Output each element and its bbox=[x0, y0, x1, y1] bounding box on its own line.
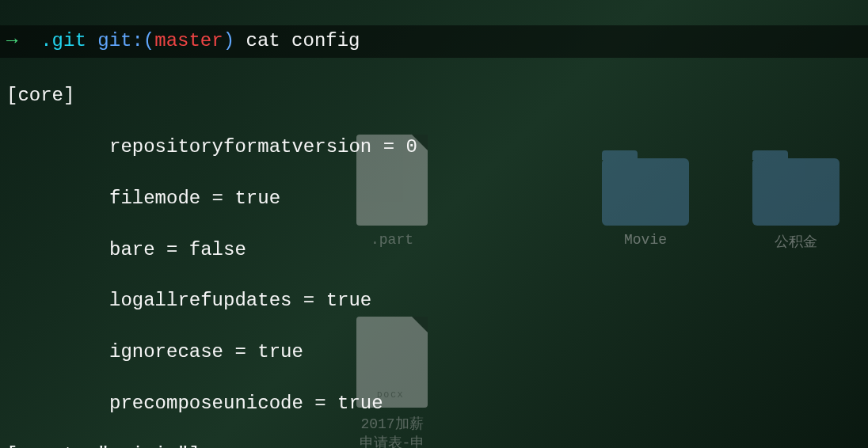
config-section-header: [remote "origin"] bbox=[6, 442, 862, 448]
config-section-header: [core] bbox=[6, 83, 862, 108]
config-entry: bare = false bbox=[6, 237, 862, 263]
prompt-git-prefix: git:( bbox=[97, 30, 154, 51]
config-entry: logallrefupdates = true bbox=[6, 288, 862, 313]
prompt-branch: master bbox=[154, 30, 223, 51]
prompt-cwd: .git bbox=[40, 30, 86, 51]
prompt-git-suffix: ) bbox=[223, 30, 234, 51]
config-entry: filemode = true bbox=[6, 186, 862, 211]
config-entry: precomposeunicode = true bbox=[6, 391, 862, 416]
config-entry: repositoryformatversion = 0 bbox=[6, 135, 862, 160]
terminal-output[interactable]: → .git git:(master) cat config [core] re… bbox=[0, 0, 868, 448]
prompt-line: → .git git:(master) cat config bbox=[0, 25, 868, 57]
config-entry: ignorecase = true bbox=[6, 340, 862, 365]
prompt-command: cat config bbox=[246, 30, 360, 51]
prompt-arrow-icon: → bbox=[6, 30, 17, 51]
